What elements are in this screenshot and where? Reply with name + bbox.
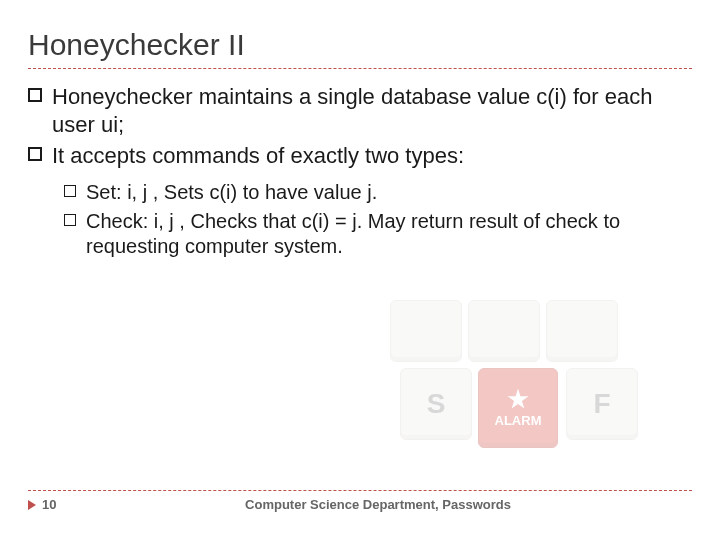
triangle-icon bbox=[28, 500, 36, 510]
sub-bullet-list: Set: i, j , Sets c(i) to have value j. C… bbox=[64, 180, 692, 259]
title-divider bbox=[28, 68, 692, 69]
slide-title: Honeychecker II bbox=[28, 28, 692, 62]
content-area: Honeychecker maintains a single database… bbox=[28, 83, 692, 259]
footer-text: Computer Science Department, Passwords bbox=[64, 497, 692, 512]
key-s: S bbox=[400, 368, 472, 440]
key-art bbox=[468, 300, 540, 362]
slide: Honeychecker II Honeychecker maintains a… bbox=[0, 0, 720, 540]
key-art bbox=[546, 300, 618, 362]
key-f: F bbox=[566, 368, 638, 440]
bullet-1: Honeychecker maintains a single database… bbox=[28, 83, 692, 138]
key-art bbox=[390, 300, 462, 362]
alarm-keyboard-art: S ALARM F bbox=[390, 300, 650, 460]
alarm-key: ALARM bbox=[478, 368, 558, 448]
footer-row: 10 Computer Science Department, Password… bbox=[28, 497, 692, 512]
footer-divider bbox=[28, 490, 692, 491]
sub-bullet-1: Set: i, j , Sets c(i) to have value j. bbox=[64, 180, 692, 205]
footer: 10 Computer Science Department, Password… bbox=[28, 490, 692, 512]
alarm-icon bbox=[507, 389, 529, 411]
page-number: 10 bbox=[42, 497, 64, 512]
bullet-2: It accepts commands of exactly two types… bbox=[28, 142, 692, 170]
sub-bullet-2: Check: i, j , Checks that c(i) = j. May … bbox=[64, 209, 692, 259]
alarm-label: ALARM bbox=[495, 413, 542, 428]
